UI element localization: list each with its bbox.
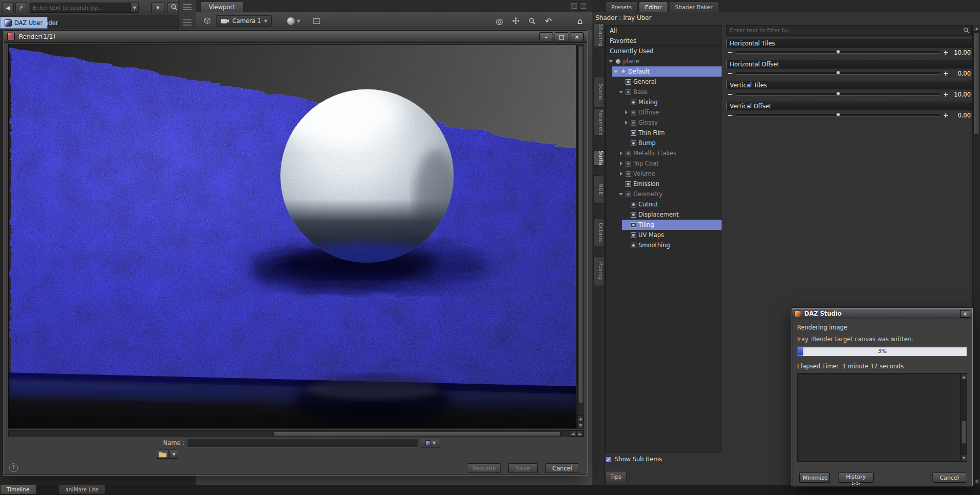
tree-item[interactable]: Glossy (606, 117, 722, 128)
slider-track[interactable] (735, 93, 940, 96)
increment-button[interactable] (942, 90, 949, 99)
dialog-cancel-button[interactable]: Cancel (933, 473, 966, 483)
scroll-left-icon[interactable]: ◀ (569, 431, 577, 437)
dialog-titlebar[interactable]: DAZ Studio × (792, 309, 972, 319)
increment-button[interactable] (942, 48, 949, 57)
tree-item[interactable]: Thin Film (606, 128, 722, 138)
expand-arrow-icon[interactable] (624, 243, 629, 248)
expand-arrow-icon[interactable] (624, 222, 629, 227)
side-dock-tab[interactable]: Shaping (593, 23, 604, 47)
panel-tab[interactable]: Presets (605, 2, 638, 12)
decrement-button[interactable] (726, 111, 733, 120)
pane-grip-icon[interactable] (183, 19, 192, 26)
back-button[interactable]: ◀ (2, 2, 14, 13)
expand-arrow-icon[interactable] (624, 232, 629, 238)
tree-item[interactable]: Smoothing (606, 240, 722, 250)
tree-item[interactable]: Top Coat (606, 158, 722, 169)
side-dock-tab[interactable]: Surfaces (593, 150, 604, 166)
increment-button[interactable] (942, 69, 949, 78)
slider-handle[interactable] (836, 91, 841, 96)
side-dock-tab[interactable]: NGE (593, 175, 604, 204)
close-button[interactable]: × (570, 32, 584, 41)
panel-tab[interactable]: Shader Baker (669, 2, 719, 12)
parameter-value[interactable]: 0.00 (949, 112, 972, 119)
expand-arrow-icon[interactable] (618, 89, 624, 95)
shader-product-item[interactable]: DAZ Uber (0, 17, 47, 29)
render-horizontal-scrollbar[interactable]: ◀ ▶ (8, 430, 584, 437)
expand-arrow-icon[interactable] (624, 130, 629, 135)
slider-handle[interactable] (836, 70, 841, 75)
scrollbar-thumb[interactable] (273, 431, 561, 436)
expand-arrow-icon[interactable] (618, 79, 624, 84)
bottom-dock-tab[interactable]: aniMate Lite (59, 485, 105, 494)
view-mode-button[interactable] (201, 15, 214, 27)
show-sub-items-checkbox[interactable]: ✓ (605, 456, 612, 463)
scrollbar-thumb[interactable] (973, 33, 979, 135)
log-scrollbar[interactable]: ▲ ▼ (960, 373, 967, 461)
expand-arrow-icon[interactable] (618, 192, 624, 197)
dialog-history-button[interactable]: History >> (838, 473, 874, 483)
decrement-button[interactable] (726, 48, 733, 57)
parameter-value[interactable]: 10.00 (949, 49, 972, 56)
expand-arrow-icon[interactable] (618, 171, 624, 176)
scroll-right-icon[interactable]: ▶ (577, 431, 584, 437)
render-name-input[interactable] (187, 439, 418, 447)
expand-arrow-icon[interactable] (624, 202, 629, 207)
tree-item[interactable]: Volume (606, 169, 722, 179)
tree-item[interactable]: Mixing (606, 97, 722, 107)
expand-arrow-icon[interactable] (624, 100, 629, 105)
tab-viewport[interactable]: Viewport (200, 2, 244, 12)
reset-camera-button[interactable]: ⌂ (573, 15, 587, 27)
filter-list-item[interactable]: All (606, 26, 722, 36)
tree-item[interactable]: Bump (606, 138, 722, 148)
minimize-button[interactable]: – (539, 32, 553, 41)
scrollbar-thumb[interactable] (578, 46, 583, 404)
folder-dropdown-button[interactable]: ▼ (170, 450, 178, 459)
resume-button[interactable]: Resume (468, 463, 500, 473)
save-button[interactable]: Save (508, 463, 538, 473)
browse-folder-button[interactable] (156, 450, 169, 459)
dialog-minimize-button[interactable]: Minimize (799, 473, 830, 483)
filter-list-item[interactable]: Favorites (606, 36, 722, 46)
tree-item[interactable]: Displacement (606, 209, 722, 220)
increment-button[interactable] (942, 111, 949, 120)
scrollbar-thumb[interactable] (961, 420, 966, 444)
expand-arrow-icon[interactable] (618, 161, 624, 166)
panel-tab[interactable]: Editor (639, 2, 668, 12)
expand-arrow-icon[interactable] (608, 59, 613, 64)
up-level-button[interactable]: ↱ (15, 2, 27, 13)
filter-search-button[interactable] (961, 27, 971, 34)
cancel-button[interactable]: Cancel (545, 463, 579, 473)
scroll-down-icon[interactable]: ▼ (973, 478, 980, 485)
render-window-titlebar[interactable]: Render(1/1) – □ × (4, 31, 587, 43)
slider-track[interactable] (735, 72, 940, 75)
slider-handle[interactable] (836, 50, 841, 54)
tree-item[interactable]: UV Maps (606, 230, 722, 240)
slider-handle[interactable] (836, 112, 841, 117)
bottom-dock-tab[interactable]: Timeline (0, 485, 36, 494)
slider-track[interactable] (735, 114, 940, 116)
filter-mode-dropdown[interactable]: ▼ (151, 2, 164, 13)
tree-item[interactable]: plane (606, 56, 722, 66)
tree-item[interactable]: Tiling (606, 220, 722, 230)
decrement-button[interactable] (726, 90, 733, 99)
side-dock-tab[interactable]: Parameters (593, 109, 604, 135)
expand-arrow-icon[interactable] (618, 151, 624, 156)
scroll-up-icon[interactable]: ▲ (961, 373, 967, 380)
aspect-frame-button[interactable] (310, 15, 323, 27)
camera-selector[interactable]: Camera 1 ▼ (216, 15, 272, 27)
search-history-dropdown[interactable]: ▼ (130, 3, 138, 12)
filter-list-item[interactable]: Currently Used (606, 46, 722, 56)
expand-arrow-icon[interactable] (624, 120, 629, 125)
expand-arrow-icon[interactable] (624, 140, 629, 146)
scroll-up-icon[interactable]: ▲ (578, 415, 584, 421)
parameter-value[interactable]: 10.00 (949, 91, 972, 98)
pane-menu-icon[interactable] (581, 3, 586, 9)
tree-item[interactable]: Diffuse (606, 107, 722, 117)
zoom-camera-button[interactable] (525, 15, 539, 27)
scroll-down-icon[interactable]: ▼ (961, 455, 967, 461)
pane-grip-icon[interactable] (183, 4, 192, 11)
scroll-up-icon[interactable]: ▲ (973, 25, 980, 32)
side-dock-tab[interactable]: Scene (593, 76, 604, 108)
parameter-value[interactable]: 0.00 (949, 70, 972, 77)
